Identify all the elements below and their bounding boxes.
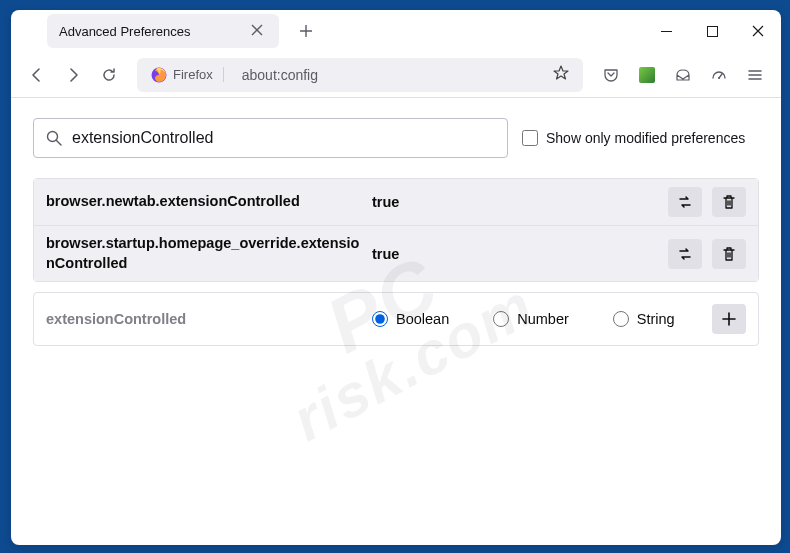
svg-rect-0	[707, 26, 717, 36]
preference-row: browser.newtab.extensionControlled true	[34, 179, 758, 226]
preference-actions	[668, 239, 746, 269]
delete-button[interactable]	[712, 239, 746, 269]
preference-name: browser.startup.homepage_override.extens…	[46, 234, 366, 273]
identity-box[interactable]: Firefox	[143, 65, 232, 85]
preference-value: true	[366, 246, 668, 262]
mail-icon[interactable]	[667, 59, 699, 91]
menu-button[interactable]	[739, 59, 771, 91]
type-radio-group: Boolean Number String	[366, 311, 712, 327]
svg-point-3	[48, 132, 58, 142]
preference-actions	[668, 187, 746, 217]
radio-boolean[interactable]: Boolean	[372, 311, 449, 327]
minimize-button[interactable]	[643, 10, 689, 52]
show-modified-row: Show only modified preferences	[522, 130, 745, 146]
reload-button[interactable]	[93, 59, 125, 91]
browser-window: Advanced Preferences	[11, 10, 781, 545]
extension-icon[interactable]	[631, 59, 663, 91]
browser-tab[interactable]: Advanced Preferences	[47, 14, 279, 48]
radio-boolean-input[interactable]	[372, 311, 388, 327]
pocket-icon[interactable]	[595, 59, 627, 91]
toggle-button[interactable]	[668, 187, 702, 217]
tab-title: Advanced Preferences	[59, 24, 247, 39]
radio-number-input[interactable]	[493, 311, 509, 327]
close-tab-icon[interactable]	[247, 21, 267, 41]
firefox-logo-icon	[151, 67, 167, 83]
maximize-button[interactable]	[689, 10, 735, 52]
bookmark-star-icon[interactable]	[545, 65, 577, 85]
toggle-button[interactable]	[668, 239, 702, 269]
dashboard-icon[interactable]	[703, 59, 735, 91]
preference-list: browser.newtab.extensionControlled true …	[33, 178, 759, 282]
radio-string[interactable]: String	[613, 311, 675, 327]
svg-point-2	[718, 77, 720, 79]
show-modified-checkbox[interactable]	[522, 130, 538, 146]
titlebar: Advanced Preferences	[11, 10, 781, 52]
radio-label: Boolean	[396, 311, 449, 327]
search-box[interactable]	[33, 118, 508, 158]
close-window-button[interactable]	[735, 10, 781, 52]
preference-row: browser.startup.homepage_override.extens…	[34, 226, 758, 281]
url-input[interactable]	[232, 67, 545, 83]
page-content: PC risk.com Show only modified preferenc…	[11, 98, 781, 545]
new-tab-button[interactable]	[295, 16, 317, 47]
window-controls	[643, 10, 781, 52]
preference-value: true	[366, 194, 668, 210]
radio-number[interactable]: Number	[493, 311, 569, 327]
search-row: Show only modified preferences	[33, 118, 759, 158]
identity-label: Firefox	[173, 67, 224, 82]
url-bar[interactable]: Firefox	[137, 58, 583, 92]
search-icon	[46, 130, 62, 146]
delete-button[interactable]	[712, 187, 746, 217]
back-button[interactable]	[21, 59, 53, 91]
add-button[interactable]	[712, 304, 746, 334]
new-preference-row: extensionControlled Boolean Number Strin…	[33, 292, 759, 346]
search-input[interactable]	[62, 129, 495, 147]
radio-label: Number	[517, 311, 569, 327]
nav-toolbar: Firefox	[11, 52, 781, 98]
radio-label: String	[637, 311, 675, 327]
new-preference-name: extensionControlled	[46, 311, 366, 327]
preference-name: browser.newtab.extensionControlled	[46, 192, 366, 212]
forward-button[interactable]	[57, 59, 89, 91]
show-modified-label[interactable]: Show only modified preferences	[546, 130, 745, 146]
radio-string-input[interactable]	[613, 311, 629, 327]
